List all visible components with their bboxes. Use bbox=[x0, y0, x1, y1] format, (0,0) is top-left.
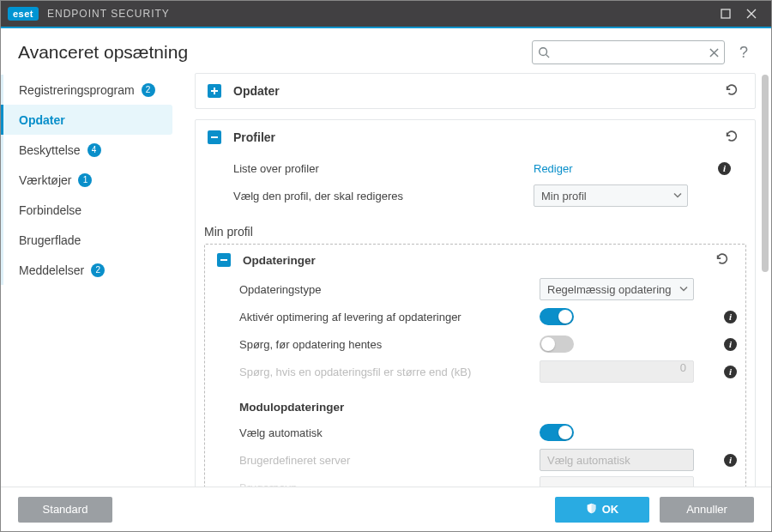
delivery-optimization-label: Aktivér optimering af levering af opdate… bbox=[239, 311, 540, 323]
ask-before-download-label: Spørg, før opdatering hentes bbox=[239, 338, 540, 351]
clear-search-icon[interactable] bbox=[703, 48, 724, 57]
sidebar-item-vaerktoejer[interactable]: Værktøjer 1 bbox=[1, 165, 172, 195]
update-type-value: Regelmæssig opdatering bbox=[547, 283, 672, 296]
chevron-down-icon bbox=[679, 283, 688, 296]
sidebar-item-label: Brugerflade bbox=[19, 233, 81, 247]
panel-title: Opdater bbox=[233, 84, 721, 98]
update-type-select[interactable]: Regelmæssig opdatering bbox=[540, 278, 694, 300]
username-label: Brugernavn bbox=[239, 481, 540, 487]
product-name: ENDPOINT SECURITY bbox=[47, 8, 170, 20]
edit-profiles-link[interactable]: Rediger bbox=[534, 162, 573, 175]
auto-select-label: Vælg automatisk bbox=[239, 426, 540, 439]
sidebar-item-label: Registreringsprogram bbox=[19, 83, 135, 97]
shield-icon bbox=[586, 503, 597, 517]
sidebar-item-meddelelser[interactable]: Meddelelser 2 bbox=[1, 255, 172, 285]
sidebar-badge: 2 bbox=[91, 263, 105, 277]
subpanel-title: Opdateringer bbox=[243, 254, 711, 267]
custom-server-input: Vælg automatisk bbox=[540, 449, 694, 471]
info-icon[interactable]: i bbox=[724, 338, 737, 351]
search-icon bbox=[533, 46, 555, 58]
sidebar-item-opdater[interactable]: Opdater bbox=[1, 105, 172, 135]
sidebar-item-registreringsprogram[interactable]: Registreringsprogram 2 bbox=[1, 75, 172, 105]
ok-button-label: OK bbox=[602, 503, 619, 516]
info-icon[interactable]: i bbox=[724, 366, 737, 378]
ask-if-larger-label: Spørg, hvis en opdateringsfil er større … bbox=[239, 366, 540, 378]
collapse-icon[interactable] bbox=[217, 253, 231, 267]
update-type-label: Opdateringstype bbox=[239, 283, 540, 296]
svg-rect-0 bbox=[721, 9, 730, 18]
sidebar-item-beskyttelse[interactable]: Beskyttelse 4 bbox=[1, 135, 172, 165]
sidebar-item-forbindelse[interactable]: Forbindelse bbox=[1, 195, 172, 225]
profile-select-value: Min profil bbox=[541, 190, 587, 203]
profile-list-label: Liste over profiler bbox=[233, 162, 534, 175]
username-input bbox=[540, 476, 694, 487]
expand-icon[interactable] bbox=[208, 84, 221, 98]
cancel-button[interactable]: Annuller bbox=[660, 497, 754, 523]
sidebar-item-label: Værktøjer bbox=[19, 173, 71, 187]
active-profile-caption: Min profil bbox=[204, 225, 755, 239]
search-input[interactable] bbox=[555, 46, 703, 59]
module-updates-heading: Modulopdateringer bbox=[239, 401, 737, 414]
panel-opdater: Opdater bbox=[195, 73, 756, 109]
custom-server-value: Vælg automatisk bbox=[547, 454, 630, 467]
default-button[interactable]: Standard bbox=[18, 497, 112, 523]
titlebar: eset ENDPOINT SECURITY bbox=[1, 1, 771, 27]
panel-profiler: Profiler Liste over profiler Rediger i V… bbox=[195, 119, 756, 487]
content-area: Opdater Profiler bbox=[178, 71, 759, 487]
delivery-optimization-toggle[interactable] bbox=[540, 308, 574, 325]
chevron-down-icon bbox=[673, 190, 682, 203]
help-button[interactable]: ? bbox=[733, 44, 754, 62]
sidebar-badge: 2 bbox=[142, 83, 155, 97]
custom-server-label: Brugerdefineret server bbox=[239, 454, 540, 467]
sidebar-badge: 4 bbox=[87, 143, 101, 157]
scrollbar-thumb[interactable] bbox=[762, 75, 769, 272]
page-title: Avanceret opsætning bbox=[18, 42, 188, 63]
undo-icon[interactable] bbox=[721, 127, 743, 148]
window-close-button[interactable] bbox=[739, 1, 764, 27]
subpanel-opdateringer: Opdateringer Opdateringstype Regelmæssig… bbox=[204, 244, 746, 487]
panel-header-opdater[interactable]: Opdater bbox=[196, 74, 755, 108]
sidebar-item-label: Opdater bbox=[19, 113, 65, 127]
app-window: eset ENDPOINT SECURITY Avanceret opsætni… bbox=[0, 0, 772, 532]
header: Avanceret opsætning ? bbox=[1, 28, 771, 71]
sidebar-item-brugerflade[interactable]: Brugerflade bbox=[1, 225, 172, 255]
profile-select[interactable]: Min profil bbox=[534, 184, 688, 207]
window-maximize-button[interactable] bbox=[713, 1, 739, 27]
sidebar-item-label: Meddelelser bbox=[19, 263, 84, 277]
undo-icon[interactable] bbox=[711, 250, 733, 271]
info-icon[interactable]: i bbox=[724, 454, 737, 467]
panel-header-profiler[interactable]: Profiler bbox=[196, 120, 755, 154]
undo-icon[interactable] bbox=[721, 81, 743, 102]
sidebar-item-label: Forbindelse bbox=[19, 203, 81, 217]
sidebar-badge: 1 bbox=[78, 173, 92, 187]
svg-point-1 bbox=[540, 48, 547, 56]
search-field[interactable] bbox=[532, 40, 725, 64]
ok-button[interactable]: OK bbox=[555, 497, 649, 523]
sidebar: Registreringsprogram 2 Opdater Beskyttel… bbox=[1, 71, 178, 487]
collapse-icon[interactable] bbox=[208, 130, 221, 144]
info-icon[interactable]: i bbox=[718, 162, 731, 175]
panel-title: Profiler bbox=[233, 130, 721, 144]
subpanel-header-opdateringer[interactable]: Opdateringer bbox=[205, 245, 745, 275]
info-icon[interactable]: i bbox=[724, 311, 737, 323]
brand-badge: eset bbox=[8, 7, 39, 21]
auto-select-toggle[interactable] bbox=[540, 424, 574, 441]
profile-select-label: Vælg den profil, der skal redigeres bbox=[233, 190, 534, 203]
scrollbar[interactable] bbox=[759, 71, 771, 487]
ask-before-download-toggle[interactable] bbox=[540, 336, 574, 353]
footer: Standard OK Annuller bbox=[1, 487, 771, 531]
sidebar-item-label: Beskyttelse bbox=[19, 143, 81, 157]
ask-if-larger-input: 0 bbox=[540, 360, 694, 383]
